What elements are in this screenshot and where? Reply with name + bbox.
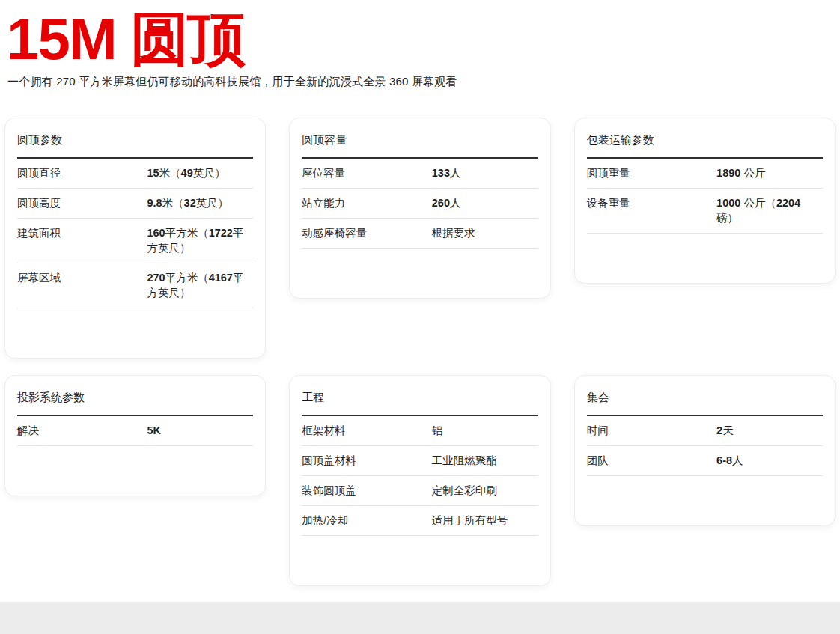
card-title: 圆顶参数: [17, 133, 253, 159]
spec-label: 圆顶直径: [17, 165, 147, 180]
spec-value: 6-8人: [716, 453, 823, 468]
spec-value: 160平方米（1722平方英尺）: [147, 225, 253, 255]
spec-row: 圆顶直径 15米（49英尺）: [17, 159, 253, 189]
page-footer: [0, 602, 840, 634]
spec-label: 站立能力: [302, 195, 431, 210]
spec-row: 装饰圆顶盖 定制全彩印刷: [302, 476, 538, 506]
card-dome-parameters: 圆顶参数 圆顶直径 15米（49英尺） 圆顶高度 9.8米（32英尺） 建筑面积…: [4, 118, 266, 359]
spec-label: 屏幕区域: [17, 270, 147, 285]
spec-row: 动感座椅容量 根据要求: [302, 219, 538, 249]
card-title: 集会: [587, 391, 823, 416]
spec-value: 270平方米（4167平方英尺）: [147, 270, 253, 300]
spec-label: 圆顶高度: [17, 195, 147, 210]
spec-label: 团队: [587, 453, 716, 468]
spec-row: 框架材料 铝: [302, 416, 538, 446]
spec-row: 团队 6-8人: [587, 446, 823, 476]
spec-label: 圆顶重量: [587, 165, 716, 180]
spec-label: 动感座椅容量: [302, 225, 431, 240]
spec-value: 15米（49英尺）: [147, 165, 253, 180]
card-packing-transport: 包装运输参数 圆顶重量 1890 公斤 设备重量 1000 公斤（2204 磅）: [574, 118, 836, 284]
spec-row: 时间 2天: [587, 416, 823, 446]
spec-value: 1890 公斤: [716, 165, 823, 180]
spec-label: 框架材料: [302, 423, 431, 438]
spec-value: 2天: [716, 423, 823, 438]
spec-value: 1000 公斤（2204 磅）: [716, 195, 823, 225]
spec-row: 加热/冷却 适用于所有型号: [302, 506, 538, 536]
spec-value: 根据要求: [432, 225, 538, 240]
spec-row: 圆顶高度 9.8米（32英尺）: [17, 189, 253, 219]
page-title: 15M 圆顶: [7, 7, 836, 70]
card-title: 投影系统参数: [17, 391, 253, 416]
spec-value: 适用于所有型号: [432, 513, 538, 528]
spec-row: 建筑面积 160平方米（1722平方英尺）: [17, 219, 253, 263]
spec-value: 铝: [432, 423, 538, 438]
spec-row: 屏幕区域 270平方米（4167平方英尺）: [17, 263, 253, 308]
card-assembly: 集会 时间 2天 团队 6-8人: [574, 375, 836, 526]
spec-row: 座位容量 133人: [302, 159, 538, 189]
spec-value: 260人: [432, 195, 538, 210]
spec-row: 解决 5K: [17, 416, 253, 446]
spec-row: 设备重量 1000 公斤（2204 磅）: [587, 189, 823, 234]
spec-label: 设备重量: [587, 195, 716, 210]
card-engineering: 工程 框架材料 铝 圆顶盖材料 工业阻燃聚酯 装饰圆顶盖 定制全彩印刷 加热/冷…: [289, 375, 550, 586]
dome-cover-material-link[interactable]: 工业阻燃聚酯: [432, 453, 538, 468]
card-title: 圆顶容量: [302, 133, 538, 159]
page: 15M 圆顶 一个拥有 270 平方米屏幕但仍可移动的高科技展馆，用于全新的沉浸…: [0, 0, 840, 586]
spec-value: 定制全彩印刷: [432, 483, 538, 498]
spec-label: 解决: [17, 423, 147, 438]
card-title: 工程: [302, 391, 538, 416]
spec-label: 圆顶盖材料: [302, 453, 431, 468]
spec-row: 圆顶重量 1890 公斤: [587, 159, 823, 189]
spec-label: 时间: [587, 423, 716, 438]
spec-value: 9.8米（32英尺）: [147, 195, 253, 210]
spec-value: 5K: [147, 423, 253, 438]
spec-row: 站立能力 260人: [302, 189, 538, 219]
spec-value: 133人: [432, 165, 538, 180]
spec-label: 座位容量: [302, 165, 431, 180]
spec-label: 加热/冷却: [302, 513, 431, 528]
card-dome-capacity: 圆顶容量 座位容量 133人 站立能力 260人 动感座椅容量 根据要求: [289, 118, 550, 299]
spec-cards-grid: 圆顶参数 圆顶直径 15米（49英尺） 圆顶高度 9.8米（32英尺） 建筑面积…: [4, 118, 836, 586]
card-title: 包装运输参数: [587, 133, 823, 159]
spec-label: 建筑面积: [17, 225, 147, 240]
spec-row: 圆顶盖材料 工业阻燃聚酯: [302, 446, 538, 476]
page-subtitle: 一个拥有 270 平方米屏幕但仍可移动的高科技展馆，用于全新的沉浸式全景 360…: [7, 75, 836, 89]
card-projection-system: 投影系统参数 解决 5K: [4, 375, 266, 496]
spec-label: 装饰圆顶盖: [302, 483, 431, 498]
